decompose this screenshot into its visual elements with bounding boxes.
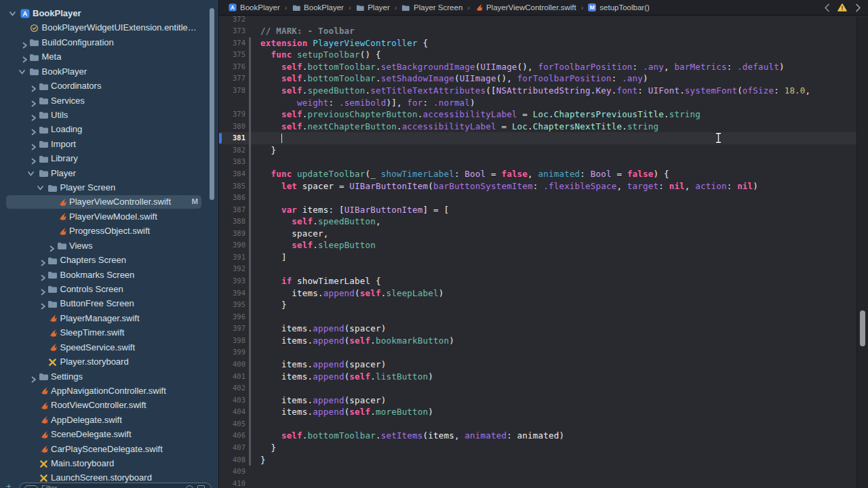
sidebar-item-meta[interactable]: Meta — [0, 49, 218, 64]
code-line-382[interactable]: 382 } — [219, 144, 856, 157]
disclosure-chevron-icon[interactable] — [31, 112, 37, 119]
editor-scrollbar-thumb[interactable] — [860, 310, 865, 346]
code-line-390[interactable]: 390 self.sleepButton — [219, 239, 856, 251]
sidebar-item-progressobject-swift[interactable]: ProgressObject.swift — [0, 224, 218, 238]
code-line-376[interactable]: 376 self.bottomToolbar.setBackgroundImag… — [219, 61, 856, 73]
sidebar-item-bookplayer[interactable]: BookPlayer — [0, 64, 218, 79]
code-line-372[interactable]: 372 — [219, 16, 856, 25]
sidebar-item-player-screen[interactable]: Player Screen — [0, 180, 218, 195]
code-line-384[interactable]: 384 func updateToolbar(_ showTimerLabel:… — [219, 168, 856, 180]
sidebar-item-sleeptimer-swift[interactable]: SleepTimer.swift — [0, 325, 218, 340]
disclosure-chevron-icon[interactable] — [21, 68, 28, 75]
code-line-380[interactable]: 380 self.nextChapterButton.accessibility… — [219, 121, 856, 133]
forward-button[interactable] — [853, 2, 863, 13]
code-line-373[interactable]: 373// MARK: - Toolbar — [219, 25, 856, 37]
sidebar-item-utils[interactable]: Utils — [0, 108, 218, 122]
sidebar-item-playerviewcontroller-swift[interactable]: PlayerViewController.swiftM — [0, 195, 218, 209]
sidebar-item-launchscreen-storyboard[interactable]: LaunchScreen.storyboard — [0, 470, 218, 485]
scm-filter-icon[interactable] — [197, 485, 205, 488]
code-line-409[interactable]: 409 — [219, 466, 856, 478]
sidebar-item-carplayscenedelegate-swift[interactable]: CarPlaySceneDelegate.swift — [0, 442, 218, 456]
disclosure-chevron-icon[interactable] — [40, 300, 46, 307]
breadcrumb-item-player[interactable]: Player — [356, 3, 390, 12]
code-line-393[interactable]: 393 if showTimerLabel { — [219, 275, 856, 287]
disclosure-chevron-icon[interactable] — [40, 272, 46, 279]
disclosure-chevron-icon[interactable] — [31, 126, 37, 133]
code-line-385[interactable]: 385 let spacer = UIBarButtonItem(barButt… — [219, 180, 856, 192]
disclosure-chevron-icon[interactable] — [40, 257, 46, 264]
breadcrumb-item-setuptoolbar[interactable]: MsetupToolbar() — [588, 3, 650, 12]
code-line-389[interactable]: 389 spacer, — [219, 228, 856, 240]
code-line-wrap[interactable]: weight: .semibold)], for: .normal) — [219, 97, 856, 109]
code-line-381[interactable]: 381 — [219, 132, 856, 144]
disclosure-chevron-icon[interactable] — [31, 155, 37, 162]
sidebar-item-bookplayer[interactable]: BookPlayer — [0, 6, 218, 20]
source-editor[interactable]: 372373// MARK: - Toolbar374extension Pla… — [219, 16, 868, 488]
breadcrumb-item-bookplayer[interactable]: BookPlayer — [292, 3, 344, 12]
sidebar-item-scenedelegate-swift[interactable]: SceneDelegate.swift — [0, 427, 218, 441]
sidebar-item-buttonfree-screen[interactable]: ButtonFree Screen — [0, 296, 218, 310]
code-line-410[interactable]: 410 — [219, 478, 856, 488]
disclosure-chevron-icon[interactable] — [31, 170, 37, 176]
code-line-403[interactable]: 403 items.append(spacer) — [219, 394, 856, 407]
disclosure-chevron-icon[interactable] — [31, 373, 37, 380]
code-line-394[interactable]: 394 items.append(self.sleepLabel) — [219, 287, 856, 300]
code-line-377[interactable]: 377 self.bottomToolbar.setShadowImage(UI… — [219, 73, 856, 85]
code-line-398[interactable]: 398 items.append(self.bookmarkButton) — [219, 335, 856, 347]
disclosure-chevron-icon[interactable] — [40, 286, 46, 293]
code-line-388[interactable]: 388 self.speedButton, — [219, 216, 856, 228]
code-line-386[interactable]: 386 — [219, 192, 856, 204]
sidebar-item-coordinators[interactable]: Coordinators — [0, 79, 218, 93]
sidebar-item-buildconfiguration[interactable]: BuildConfiguration — [0, 35, 218, 49]
breadcrumb-item-player-screen[interactable]: Player Screen — [401, 3, 462, 12]
code-line-402[interactable]: 402 — [219, 382, 856, 394]
code-line-408[interactable]: 408} — [219, 454, 856, 466]
disclosure-chevron-icon[interactable] — [39, 185, 46, 191]
code-line-392[interactable]: 392 — [219, 263, 856, 275]
disclosure-chevron-icon[interactable] — [22, 54, 28, 60]
sidebar-item-bookmarks-screen[interactable]: Bookmarks Screen — [0, 268, 218, 282]
sidebar-item-player[interactable]: Player — [0, 166, 218, 180]
code-line-383[interactable]: 383 — [219, 156, 856, 168]
code-line-378[interactable]: 378 self.speedButton.setTitleTextAttribu… — [219, 85, 856, 97]
disclosure-chevron-icon[interactable] — [31, 83, 37, 89]
sidebar-item-import[interactable]: Import — [0, 137, 218, 151]
disclosure-chevron-icon[interactable] — [31, 141, 37, 148]
code-line-396[interactable]: 396 — [219, 311, 856, 323]
sidebar-item-main-storyboard[interactable]: Main.storyboard — [0, 456, 218, 470]
code-line-406[interactable]: 406 self.bottomToolbar.setItems(items, a… — [219, 430, 856, 442]
sidebar-item-rootviewcontroller-swift[interactable]: RootViewController.swift — [0, 398, 218, 412]
code-line-395[interactable]: 395 } — [219, 299, 856, 311]
recents-filter-icon[interactable] — [186, 485, 193, 488]
sidebar-item-loading[interactable]: Loading — [0, 122, 218, 136]
code-line-400[interactable]: 400 items.append(spacer) — [219, 359, 856, 371]
code-line-404[interactable]: 404 items.append(self.moreButton) — [219, 406, 856, 418]
sidebar-item-appdelegate-swift[interactable]: AppDelegate.swift — [0, 413, 218, 427]
sidebar-item-speedservice-swift[interactable]: SpeedService.swift — [0, 340, 218, 354]
code-line-379[interactable]: 379 self.previousChapterButton.accessibi… — [219, 108, 856, 121]
disclosure-chevron-icon[interactable] — [12, 11, 19, 17]
sidebar-item-views[interactable]: Views — [0, 239, 218, 253]
sidebar-item-appnavigationcontroller-swift[interactable]: AppNavigationController.swift — [0, 384, 218, 398]
sidebar-item-services[interactable]: Services — [0, 94, 218, 108]
sidebar-item-player-storyboard[interactable]: Player.storyboard — [0, 354, 218, 369]
code-line-375[interactable]: 375 func setupToolbar() { — [219, 49, 856, 61]
code-line-391[interactable]: 391 ] — [219, 251, 856, 264]
code-line-387[interactable]: 387 var items: [UIBarButtonItem] = [ — [219, 204, 856, 216]
disclosure-chevron-icon[interactable] — [31, 98, 37, 104]
sidebar-item-chapters-screen[interactable]: Chapters Screen — [0, 253, 218, 267]
sidebar-item-playerviewmodel-swift[interactable]: PlayerViewModel.swift — [0, 209, 218, 224]
back-button[interactable] — [822, 2, 831, 13]
sidebar-item-settings[interactable]: Settings — [0, 369, 218, 384]
disclosure-chevron-icon[interactable] — [22, 39, 28, 46]
sidebar-item-playermanager-swift[interactable]: PlayerManager.swift — [0, 311, 218, 325]
sidebar-item-library[interactable]: Library — [0, 151, 218, 165]
editor-scrollbar-track[interactable] — [856, 16, 868, 488]
warning-indicator[interactable] — [837, 2, 847, 13]
disclosure-chevron-icon[interactable] — [49, 243, 55, 249]
breadcrumb-item-bookplayer[interactable]: BookPlayer — [229, 3, 280, 12]
code-line-401[interactable]: 401 items.append(self.listButton) — [219, 371, 856, 383]
code-line-405[interactable]: 405 — [219, 418, 856, 430]
code-line-374[interactable]: 374extension PlayerViewController { — [219, 37, 856, 49]
code-line-397[interactable]: 397 items.append(spacer) — [219, 323, 856, 335]
